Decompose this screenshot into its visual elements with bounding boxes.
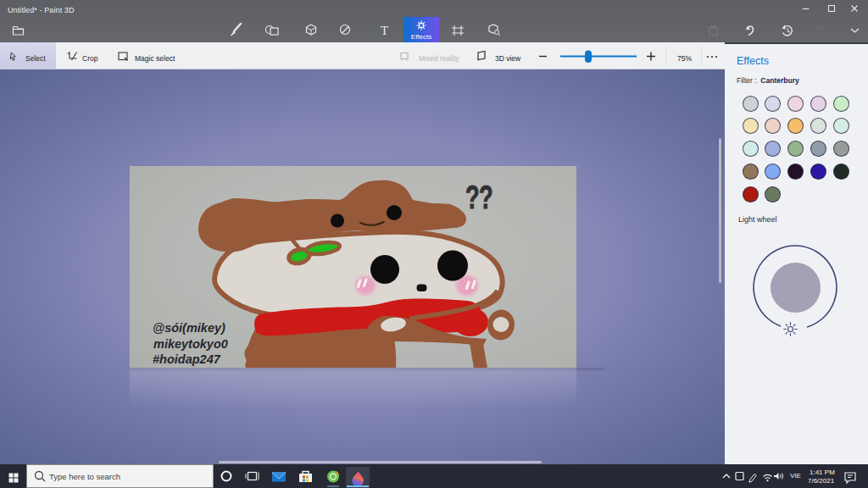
svg-text:mikeytokyo0: mikeytokyo0 [153,337,228,351]
svg-text:Effects: Effects [411,33,431,41]
svg-text:T: T [381,24,388,37]
svg-text:#hoidap247: #hoidap247 [153,352,221,366]
svg-text:@sói(mikey): @sói(mikey) [153,321,225,335]
svg-text:??: ?? [465,180,492,215]
